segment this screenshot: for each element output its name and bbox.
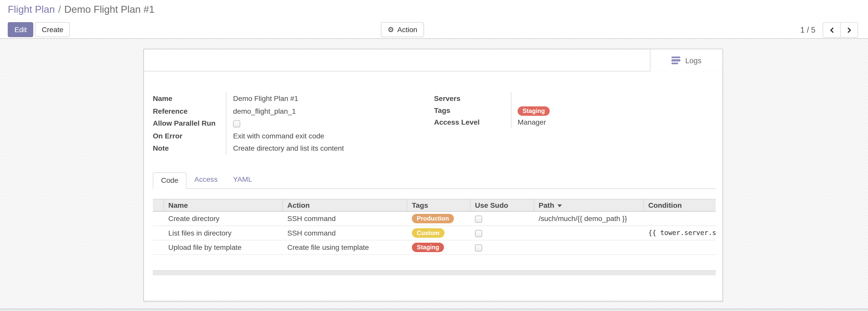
field-label-allow-parallel-run: Allow Parallel Run: [153, 117, 226, 130]
pager-buttons: [823, 22, 858, 38]
cell-tags: Custom: [407, 226, 471, 240]
table-header-name[interactable]: Name: [164, 199, 283, 211]
tag-badge-staging[interactable]: Staging: [518, 106, 550, 115]
commands-table: Name Action Tags Use Sudo Path Condition…: [153, 199, 716, 255]
cell-use-sudo: [470, 211, 534, 225]
breadcrumb-current: Demo Flight Plan #1: [64, 4, 154, 15]
table-header-action[interactable]: Action: [283, 199, 407, 211]
control-panel: Flight Plan/Demo Flight Plan #1 Edit Cre…: [0, 0, 868, 39]
table-header-tags[interactable]: Tags: [407, 199, 471, 211]
field-label-name: Name: [153, 92, 226, 105]
row-handle[interactable]: [153, 226, 164, 240]
cell-use-sudo: [470, 241, 534, 254]
cell-name: List files in directory: [164, 226, 283, 240]
edit-button[interactable]: Edit: [8, 22, 33, 37]
field-label-servers: Servers: [434, 92, 511, 104]
form-view-background: Logs Name Demo Flight Plan #1 Reference …: [0, 39, 868, 311]
field-label-access-level: Access Level: [434, 116, 511, 128]
logs-button-label: Logs: [685, 56, 702, 65]
table-header-row: Name Action Tags Use Sudo Path Condition…: [153, 199, 716, 211]
field-label-tags: Tags: [434, 104, 511, 116]
field-group-left: Name Demo Flight Plan #1 Reference demo_…: [153, 92, 385, 154]
pager-next-button[interactable]: [840, 23, 857, 37]
field-label-note: Note: [153, 142, 226, 154]
breadcrumb-parent-link[interactable]: Flight Plan: [8, 4, 55, 15]
field-label-reference: Reference: [153, 105, 226, 117]
cell-name: Create directory: [164, 211, 283, 225]
field-value-servers: [511, 92, 672, 104]
field-value-note: Create directory and list its content: [226, 142, 385, 154]
cell-condition: [644, 241, 716, 254]
tab-access[interactable]: Access: [187, 172, 225, 188]
chevron-right-icon: [845, 27, 851, 33]
cell-action: Create file using template: [283, 241, 407, 254]
logs-stat-button[interactable]: Logs: [650, 49, 722, 72]
form-sheet: Logs Name Demo Flight Plan #1 Reference …: [144, 49, 723, 301]
tab-code[interactable]: Code: [153, 172, 187, 189]
table-row[interactable]: List files in directory SSH command Cust…: [153, 226, 716, 241]
field-value-allow-parallel-run: [226, 117, 385, 130]
table-header-use-sudo[interactable]: Use Sudo: [470, 199, 534, 211]
bottom-edge-strip: [0, 309, 868, 311]
use-sudo-checkbox[interactable]: [475, 245, 482, 252]
table-header-condition[interactable]: Condition: [644, 199, 716, 211]
form-buttons: Edit Create: [8, 22, 70, 37]
cell-path: /such/much/{{ demo_path }}: [534, 211, 644, 225]
notebook-tabs: Code Access YAML: [153, 172, 716, 189]
cell-action: SSH command: [283, 226, 407, 240]
cell-tags: Production: [407, 211, 471, 225]
breadcrumb: Flight Plan/Demo Flight Plan #1: [8, 4, 154, 16]
cell-condition: [644, 211, 716, 225]
field-group-right: Servers Tags Staging Access Level Manage…: [434, 92, 672, 128]
cell-action: SSH command: [283, 211, 407, 225]
chevron-left-icon: [830, 27, 835, 33]
cell-path: [534, 241, 644, 254]
action-menu-button[interactable]: ⚙ Action: [381, 22, 424, 37]
cell-name: Upload file by template: [164, 241, 283, 254]
tag-badge-production: Production: [412, 214, 454, 223]
field-value-reference: demo_flight_plan_1: [226, 105, 385, 117]
cell-use-sudo: [470, 226, 534, 240]
cell-path: [534, 226, 644, 240]
table-header-path[interactable]: Path: [534, 199, 644, 211]
pager-counter: 1 / 5: [800, 26, 815, 34]
record-pager: 1 / 5: [800, 22, 858, 38]
row-handle[interactable]: [153, 241, 164, 254]
button-box: Logs: [144, 49, 722, 72]
use-sudo-checkbox[interactable]: [475, 216, 482, 223]
horizontal-scrollbar[interactable]: [153, 271, 716, 276]
tag-badge-staging-row: Staging: [412, 243, 444, 252]
table-row[interactable]: Create directory SSH command Production …: [153, 211, 716, 226]
table-header-handle: [153, 199, 164, 211]
cell-tags: Staging: [407, 241, 471, 254]
field-value-on-error: Exit with command exit code: [226, 130, 385, 142]
tag-badge-custom: Custom: [412, 228, 444, 237]
field-value-tags: Staging: [511, 104, 672, 116]
logs-bars-icon: [671, 56, 680, 64]
action-button-label: Action: [397, 26, 417, 34]
pager-previous-button[interactable]: [823, 23, 840, 37]
field-label-on-error: On Error: [153, 130, 226, 142]
row-handle[interactable]: [153, 211, 164, 225]
field-value-name: Demo Flight Plan #1: [226, 92, 385, 105]
cell-condition: {{ tower.server.sta: [644, 226, 716, 240]
sort-desc-icon: [558, 204, 562, 207]
create-button[interactable]: Create: [35, 22, 70, 37]
app-window: Flight Plan/Demo Flight Plan #1 Edit Cre…: [0, 0, 868, 311]
tab-yaml[interactable]: YAML: [225, 172, 260, 188]
allow-parallel-run-checkbox[interactable]: [233, 120, 240, 128]
use-sudo-checkbox[interactable]: [475, 230, 482, 237]
breadcrumb-separator: /: [58, 4, 61, 15]
field-value-access-level: Manager: [511, 116, 672, 128]
table-row[interactable]: Upload file by template Create file usin…: [153, 241, 716, 255]
gear-icon: ⚙: [388, 26, 394, 33]
